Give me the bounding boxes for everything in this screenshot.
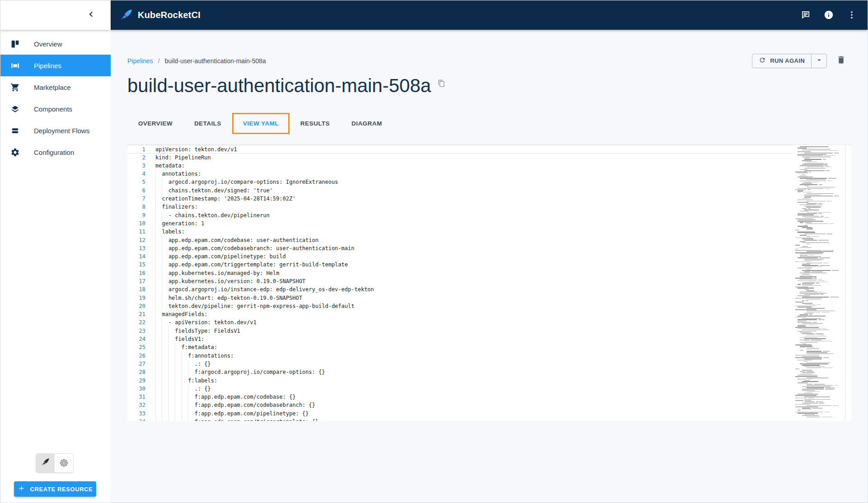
yaml-line: 33 f:app.edp.epam.com/pipelinetype: {} bbox=[127, 410, 793, 418]
sidebar-item-overview[interactable]: Overview bbox=[0, 33, 111, 55]
line-content: creationTimestamp: '2025-04-28T14:59:02Z… bbox=[155, 195, 793, 203]
line-content: labels: bbox=[155, 228, 793, 236]
breadcrumb-current: build-user-authentication-main-508a bbox=[165, 57, 266, 65]
line-content: f:argocd.argoproj.io/compare-options: {} bbox=[155, 368, 793, 376]
sidebar-item-pipelines[interactable]: Pipelines bbox=[0, 55, 111, 76]
kubernetes-view-toggle[interactable]: ☸ bbox=[55, 454, 73, 472]
main-content: Pipelines / build-user-authentication-ma… bbox=[111, 30, 868, 503]
line-number: 4 bbox=[127, 170, 145, 178]
breadcrumb: Pipelines / build-user-authentication-ma… bbox=[127, 57, 266, 65]
info-icon[interactable] bbox=[823, 9, 834, 20]
line-number: 3 bbox=[127, 162, 145, 170]
line-number: 21 bbox=[127, 310, 145, 318]
quill-rocket-logo-icon bbox=[120, 8, 133, 22]
tab-results[interactable]: RESULTS bbox=[289, 113, 341, 134]
krci-view-toggle[interactable] bbox=[36, 454, 55, 472]
sidebar-collapse-button[interactable] bbox=[85, 9, 96, 20]
gear-icon bbox=[10, 148, 20, 157]
run-again-button[interactable]: RUN AGAIN bbox=[752, 54, 811, 68]
breadcrumb-pipelines-link[interactable]: Pipelines bbox=[127, 57, 153, 65]
yaml-line: 14 app.edp.epam.com/pipelinetype: build bbox=[127, 252, 793, 261]
kebab-menu-icon[interactable] bbox=[846, 9, 857, 20]
create-resource-label: CREATE RESOURCE bbox=[30, 486, 93, 493]
sidebar-header bbox=[0, 0, 111, 30]
sidebar-item-marketplace[interactable]: Marketplace bbox=[0, 76, 111, 98]
line-content: finalizers: bbox=[155, 203, 793, 211]
tab-bar: OVERVIEWDETAILSVIEW YAMLRESULTSDIAGRAM bbox=[127, 112, 851, 135]
line-content: fieldsType: FieldsV1 bbox=[155, 327, 793, 335]
line-number: 23 bbox=[127, 327, 145, 335]
yaml-line: 11 labels: bbox=[127, 228, 793, 236]
line-content: helm.sh/chart: edp-tekton-0.19.0-SNAPSHO… bbox=[155, 294, 793, 302]
caret-down-icon bbox=[815, 56, 823, 66]
line-content: chains.tekton.dev/signed: 'true' bbox=[155, 186, 793, 195]
line-number: 26 bbox=[127, 352, 145, 360]
dashboard-icon bbox=[10, 39, 20, 49]
feedback-chat-icon[interactable] bbox=[800, 9, 811, 20]
line-number: 20 bbox=[127, 302, 145, 310]
kubernetes-wheel-icon: ☸ bbox=[59, 458, 69, 469]
yaml-lines: 1apiVersion: tekton.dev/v12kind: Pipelin… bbox=[127, 145, 851, 421]
line-number: 33 bbox=[127, 410, 145, 418]
line-number: 15 bbox=[127, 261, 145, 269]
copy-title-button[interactable] bbox=[438, 79, 445, 89]
plus-icon bbox=[18, 484, 25, 494]
line-content: generation: 1 bbox=[155, 219, 793, 228]
yaml-editor[interactable]: 1apiVersion: tekton.dev/v12kind: Pipelin… bbox=[127, 144, 851, 421]
view-mode-toggle-group: ☸ bbox=[36, 453, 74, 473]
line-content: f:app.edp.epam.com/pipelinetype: {} bbox=[155, 410, 793, 418]
yaml-line: 23 fieldsType: FieldsV1 bbox=[127, 327, 793, 335]
line-content: app.edp.epam.com/triggertemplate: gerrit… bbox=[155, 261, 793, 269]
line-content: app.kubernetes.io/managed-by: Helm bbox=[155, 269, 793, 277]
yaml-line: 21 managedFields: bbox=[127, 310, 793, 318]
yaml-line: 20 tekton.dev/pipeline: gerrit-npm-expre… bbox=[127, 302, 793, 310]
line-number: 29 bbox=[127, 377, 145, 385]
minimap[interactable] bbox=[795, 146, 839, 418]
line-content: - chains.tekton.dev/pipelinerun bbox=[155, 211, 793, 219]
yaml-line: 15 app.edp.epam.com/triggertemplate: ger… bbox=[127, 261, 793, 269]
app-bar: KubeRocketCI bbox=[111, 0, 868, 30]
create-resource-button[interactable]: CREATE RESOURCE bbox=[14, 481, 96, 497]
line-content: app.edp.epam.com/codebasebranch: user-au… bbox=[155, 244, 793, 252]
tab-diagram[interactable]: DIAGRAM bbox=[341, 113, 393, 134]
sidebar-item-configuration[interactable]: Configuration bbox=[0, 141, 111, 163]
line-number: 19 bbox=[127, 294, 145, 302]
yaml-line: 7 creationTimestamp: '2025-04-28T14:59:0… bbox=[127, 195, 793, 203]
line-content: tekton.dev/pipeline: gerrit-npm-express-… bbox=[155, 302, 793, 310]
line-number: 11 bbox=[127, 228, 145, 236]
yaml-line: 17 app.kubernetes.io/version: 0.19.0-SNA… bbox=[127, 277, 793, 285]
tab-details[interactable]: DETAILS bbox=[183, 113, 232, 134]
run-again-dropdown-button[interactable] bbox=[811, 54, 826, 68]
sidebar-item-components[interactable]: Components bbox=[0, 98, 111, 120]
line-content: app.kubernetes.io/version: 0.19.0-SNAPSH… bbox=[155, 277, 793, 285]
line-number: 7 bbox=[127, 195, 145, 203]
yaml-line: 5 argocd.argoproj.io/compare-options: Ig… bbox=[127, 178, 793, 186]
pipelines-icon bbox=[10, 61, 20, 70]
yaml-line: 12 app.edp.epam.com/codebase: user-authe… bbox=[127, 236, 793, 244]
tab-overview[interactable]: OVERVIEW bbox=[127, 113, 183, 134]
line-content: .: {} bbox=[155, 385, 793, 393]
line-number: 12 bbox=[127, 236, 145, 244]
layers-icon bbox=[10, 104, 20, 114]
cart-icon bbox=[10, 83, 20, 92]
copy-icon bbox=[438, 81, 445, 88]
line-content: apiVersion: tekton.dev/v1 bbox=[155, 145, 793, 153]
yaml-line: 30 .: {} bbox=[127, 385, 793, 393]
line-number: 14 bbox=[127, 252, 145, 261]
line-content: f:labels: bbox=[155, 377, 793, 385]
tab-view-yaml[interactable]: VIEW YAML bbox=[232, 113, 289, 134]
delete-button[interactable] bbox=[835, 56, 846, 66]
yaml-line: 28 f:argocd.argoproj.io/compare-options:… bbox=[127, 368, 793, 376]
app-title: KubeRocketCI bbox=[138, 10, 201, 20]
line-number: 9 bbox=[127, 211, 145, 219]
yaml-line: 27 .: {} bbox=[127, 360, 793, 368]
yaml-line: 25 f:metadata: bbox=[127, 343, 793, 351]
line-number: 16 bbox=[127, 269, 145, 277]
yaml-line: 32 f:app.edp.epam.com/codebasebranch: {} bbox=[127, 401, 793, 409]
line-number: 10 bbox=[127, 219, 145, 228]
sidebar-item-deployment-flows[interactable]: Deployment Flows bbox=[0, 120, 111, 141]
line-number: 2 bbox=[127, 154, 145, 162]
app-logo[interactable]: KubeRocketCI bbox=[120, 8, 201, 22]
sidebar-nav: OverviewPipelinesMarketplaceComponentsDe… bbox=[0, 33, 111, 163]
run-again-label: RUN AGAIN bbox=[770, 57, 805, 64]
